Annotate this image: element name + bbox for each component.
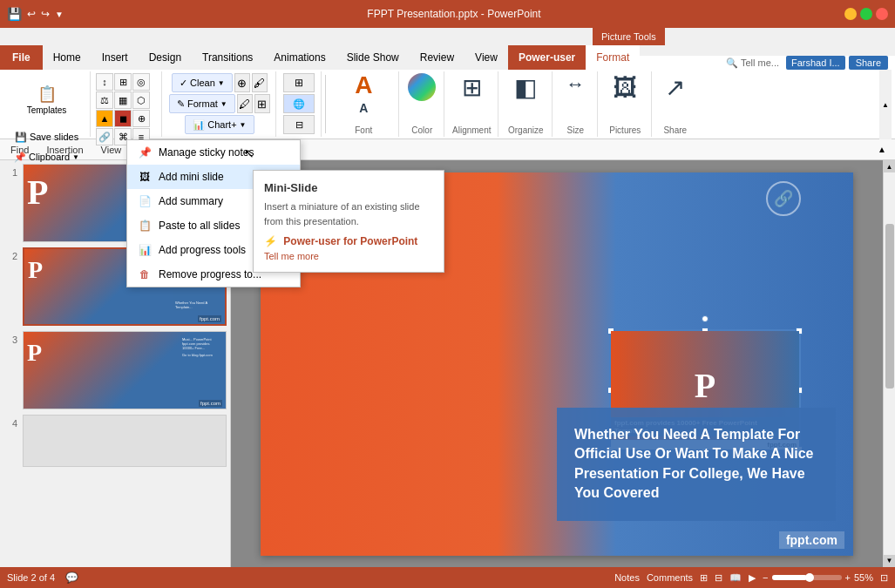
fit-window-btn[interactable]: ⊡ (880, 572, 888, 584)
zoom-level: 55% (854, 572, 873, 583)
clean-extra-btn[interactable]: ⊕ (234, 73, 250, 92)
redo-icon[interactable]: ↪ (41, 8, 50, 20)
zoom-in-btn[interactable]: + (845, 572, 851, 583)
clean-extra-btn2[interactable]: 🖋 (252, 73, 268, 92)
ribbon-tabs: File Home Insert Design Transitions Anim… (0, 45, 895, 70)
globe-btn[interactable]: 🌐 (283, 94, 315, 113)
grid-view-btn[interactable]: ⊞ (283, 73, 315, 92)
pictures-label: Pictures (609, 124, 641, 135)
tab-design[interactable]: Design (139, 45, 192, 70)
zoom-out-btn[interactable]: − (763, 572, 768, 583)
slide-thumb-3[interactable]: 3 P Must... PowerPoint fppt.com provides… (3, 331, 227, 409)
tooltip-link-main[interactable]: ⚡ Power-user for PowerPoint (264, 235, 433, 247)
comment-icon[interactable]: 💬 (65, 571, 78, 584)
slide-3-fppt: fppt.com (199, 400, 222, 407)
maximize-button[interactable] (860, 8, 872, 20)
comments-btn[interactable]: Comments (647, 572, 693, 583)
ribbon-small-btn-1[interactable]: ↕ (96, 73, 113, 91)
slide-3-text-box: Must... PowerPoint fppt.com provides 100… (180, 335, 224, 405)
tab-review[interactable]: Review (410, 45, 464, 70)
ribbon-group-share: ↗ Share (654, 71, 697, 137)
ribbon-separator-1 (325, 75, 326, 133)
slide-num-2: 2 (3, 251, 17, 261)
clean-button[interactable]: ✓ Clean ▼ (172, 73, 233, 92)
format-extra-btn[interactable]: 🖊 (237, 94, 253, 113)
close-button[interactable] (876, 8, 888, 20)
save-icon[interactable]: 💾 (7, 7, 22, 21)
chart-dropdown: ▼ (240, 121, 247, 129)
scroll-thumb[interactable] (885, 224, 894, 389)
ribbon-small-btn-3[interactable]: ◎ (132, 73, 150, 91)
ribbon-small-btn-4[interactable]: ⚖ (96, 91, 113, 109)
slide-3-text: Must... PowerPoint fppt.com provides 100… (182, 337, 222, 351)
zoom-slider-thumb[interactable] (805, 573, 814, 582)
tab-transitions[interactable]: Transitions (192, 45, 263, 70)
slide-2-inset-text: Whether You Need A Template... (175, 301, 220, 309)
tab-home[interactable]: Home (43, 45, 92, 70)
tab-slideshow[interactable]: Slide Show (336, 45, 410, 70)
slide-2-p-letter: P (28, 256, 43, 284)
reading-view-btn[interactable]: 📖 (729, 572, 742, 584)
ribbon-small-btn-10[interactable]: 🔗 (96, 128, 113, 145)
templates-sub-buttons: 💾 Save slides 📌 Clipboard ▼ (9, 127, 85, 166)
undo-icon[interactable]: ↩ (27, 8, 36, 20)
color-label: Color (411, 124, 432, 135)
customize-icon[interactable]: ▼ (55, 10, 64, 19)
tell-me-input[interactable]: 🔍 Tell me... (726, 57, 779, 69)
chart-button[interactable]: 📊 Chart+ ▼ (185, 115, 254, 134)
format-extra-btn2[interactable]: ⊞ (254, 94, 270, 113)
slide-3-p-letter: P (27, 339, 42, 367)
tab-file[interactable]: File (0, 45, 43, 70)
vertical-scrollbar[interactable]: ▲ ▼ (883, 160, 895, 567)
slide-sort-btn[interactable]: ⊟ (715, 572, 722, 584)
alignment-label: Alignment (452, 124, 491, 135)
share-button[interactable]: Share (849, 56, 888, 70)
menu-item-manage-sticky[interactable]: 📌 Manage sticky notes (127, 140, 300, 165)
font-controls: A A (355, 73, 372, 115)
slide-img-3[interactable]: P Must... PowerPoint fppt.com provides 1… (23, 331, 227, 409)
ribbon-group-size: ↔ Size (554, 71, 598, 137)
slide-4-content (24, 416, 226, 466)
ribbon-small-btn-9[interactable]: ⊕ (132, 110, 150, 127)
scroll-up-btn[interactable]: ▲ (884, 160, 896, 172)
organize-icon: ◧ (514, 73, 537, 102)
grid2-btn[interactable]: ⊟ (283, 115, 315, 134)
ribbon-small-btn-6[interactable]: ⬡ (132, 91, 150, 109)
ribbon-scroll-right[interactable]: ▲ (879, 70, 892, 139)
tooltip-link-secondary[interactable]: Tell me more (264, 251, 433, 261)
templates-button[interactable]: 📋 Templates (24, 73, 71, 125)
share-icon: ↗ (665, 73, 685, 102)
slide-footer: fppt.com (779, 531, 844, 549)
ribbon-group-region: ⊞ 🌐 ⊟ (278, 71, 322, 137)
save-slides-button[interactable]: 💾 Save slides (10, 127, 84, 146)
tab-insert[interactable]: Insert (92, 45, 139, 70)
format-button[interactable]: ✎ Format ▼ (169, 94, 235, 113)
ribbon-small-btn-5[interactable]: ▦ (114, 91, 132, 109)
cmd-scroll-up[interactable]: ▲ (876, 144, 888, 156)
zoom-slider-track[interactable] (772, 575, 842, 580)
rotation-handle[interactable] (702, 315, 709, 322)
tooltip-description: Insert a miniature of an existing slide … (264, 199, 433, 228)
tab-view[interactable]: View (464, 45, 508, 70)
user-profile[interactable]: Farshad I... (786, 56, 845, 70)
organize-label: Organize (508, 124, 544, 135)
normal-view-btn[interactable]: ⊞ (700, 572, 708, 584)
tab-format[interactable]: Format (586, 45, 640, 70)
scroll-down-btn[interactable]: ▼ (884, 555, 896, 567)
add-summary-icon: 📄 (138, 194, 152, 208)
ribbon-small-btn-2[interactable]: ⊞ (114, 73, 132, 91)
minimize-button[interactable] (844, 8, 857, 20)
status-bar-right: Notes Comments ⊞ ⊟ 📖 ▶ − + 55% ⊡ (614, 572, 888, 584)
ribbon-red-btn[interactable]: ◼ (114, 110, 132, 127)
notes-btn[interactable]: Notes (614, 572, 640, 583)
tab-power-user[interactable]: Power-user (508, 45, 586, 70)
slide-img-4[interactable] (23, 415, 227, 467)
manage-sticky-icon: 📌 (138, 145, 152, 159)
tab-animations[interactable]: Animations (263, 45, 336, 70)
ribbon-color-btn[interactable]: ▲ (96, 110, 113, 127)
ribbon-scroll-btn[interactable]: ▲ (879, 70, 892, 139)
tooltip-popup: Mini-Slide Insert a miniature of an exis… (253, 170, 444, 273)
clipboard-dropdown-icon: ▼ (72, 153, 79, 161)
slide-thumb-4[interactable]: 4 (3, 415, 227, 467)
slideshow-btn[interactable]: ▶ (749, 572, 756, 584)
